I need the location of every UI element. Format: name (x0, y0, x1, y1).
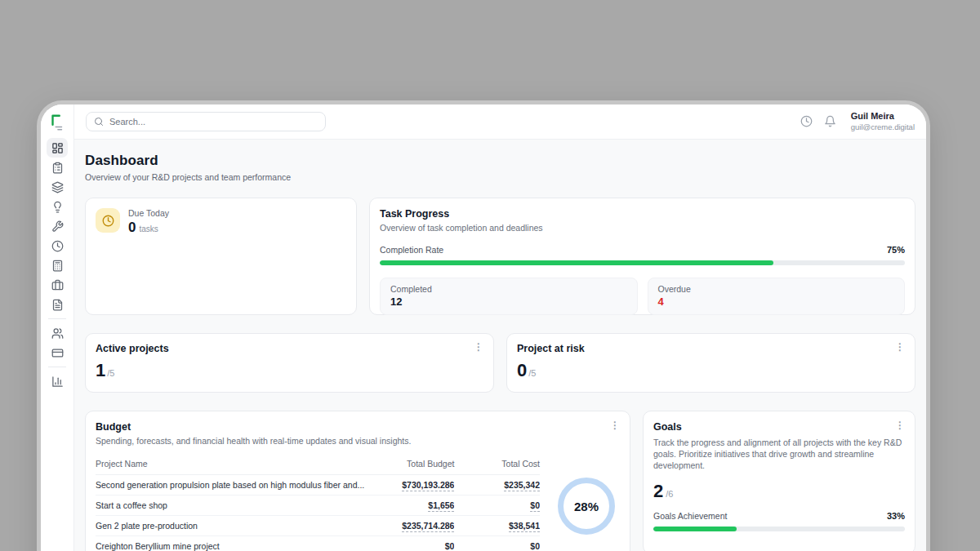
project-at-risk-menu-icon[interactable]: ⋮ (895, 343, 905, 351)
project-name: Second generation propulsion plate based… (96, 475, 364, 495)
sidebar-item-time[interactable] (47, 236, 68, 256)
user-email: guil@creme.digital (851, 122, 915, 132)
analytics-chart-icon (51, 375, 64, 388)
completion-progress-fill (380, 260, 773, 265)
page-subtitle: Overview of your R&D projects and team p… (85, 172, 915, 182)
goals-description: Track the progress and alignment of all … (653, 437, 905, 472)
due-today-label: Due Today (128, 208, 169, 218)
creme-logo-icon (48, 113, 66, 131)
overdue-stat-box: Overdue 4 (648, 278, 906, 315)
total-cost-value[interactable]: $0 (530, 541, 540, 551)
active-projects-value: 1 (96, 362, 105, 380)
goals-progress-bar (653, 527, 905, 531)
budget-menu-icon[interactable]: ⋮ (610, 421, 620, 429)
active-projects-title: Active projects (96, 343, 169, 354)
goals-achievement-value: 33% (887, 511, 905, 521)
project-name: Start a coffee shop (96, 495, 364, 516)
table-row[interactable]: Start a coffee shop $1,656 $0 (96, 495, 540, 516)
project-name: Gen 2 plate pre-production (96, 516, 364, 536)
column-total-budget: Total Budget (364, 455, 454, 475)
task-progress-card: Task Progress Overview of task completio… (369, 198, 915, 315)
sidebar-item-tools[interactable] (47, 216, 68, 236)
completed-stat-box: Completed 12 (380, 278, 638, 315)
total-cost-value[interactable]: $0 (530, 500, 540, 512)
active-projects-menu-icon[interactable]: ⋮ (474, 343, 483, 351)
search-icon (94, 117, 104, 127)
overdue-value: 4 (658, 295, 895, 308)
due-today-badge (96, 208, 120, 233)
active-projects-card: Active projects ⋮ 1 /5 (85, 333, 494, 393)
total-cost-value[interactable]: $235,342 (504, 480, 540, 491)
goals-card: Goals ⋮ Track the progress and alignment… (643, 411, 915, 551)
top-bar: Guil Meira guil@creme.digital (74, 104, 926, 140)
budget-donut-percentage: 28% (574, 500, 599, 513)
search-input[interactable] (109, 117, 318, 127)
budget-title: Budget (96, 421, 131, 433)
goals-denominator: /6 (666, 489, 673, 499)
sidebar-divider (48, 318, 66, 319)
due-today-value: 0 (128, 220, 136, 236)
task-progress-subtitle: Overview of task completion and deadline… (380, 223, 905, 233)
total-budget-value[interactable]: $1,656 (428, 500, 454, 512)
completion-rate-label: Completion Rate (380, 245, 443, 255)
budget-subtitle: Spending, forecasts, and financial healt… (96, 436, 620, 446)
due-today-unit: tasks (139, 224, 158, 233)
search-box[interactable] (86, 112, 326, 131)
total-budget-value[interactable]: $730,193.286 (402, 480, 454, 491)
goals-title: Goals (653, 421, 682, 433)
total-budget-value[interactable]: $0 (445, 541, 455, 551)
sidebar-item-documents[interactable] (47, 295, 68, 314)
table-row[interactable]: Second generation propulsion plate based… (96, 475, 540, 495)
layers-icon (51, 181, 64, 193)
column-total-cost: Total Cost (454, 455, 540, 475)
wrench-icon (51, 220, 64, 233)
dashboard-grid-icon (51, 142, 64, 154)
goals-achievement-label: Goals Achievement (653, 511, 727, 521)
sidebar-item-projects[interactable] (47, 177, 68, 197)
overdue-label: Overdue (658, 284, 895, 294)
project-at-risk-card: Project at risk ⋮ 0 /5 (506, 333, 915, 393)
task-progress-title: Task Progress (380, 208, 905, 220)
due-clock-icon (102, 215, 114, 227)
due-today-card: Due Today 0 tasks (85, 198, 357, 315)
sidebar-item-ideas[interactable] (47, 197, 68, 216)
active-projects-denominator: /5 (107, 368, 114, 378)
total-cost-value[interactable]: $38,541 (509, 521, 540, 532)
sidebar-item-calculator[interactable] (47, 256, 68, 275)
page-title: Dashboard (85, 153, 915, 169)
notifications-bell-icon (824, 115, 836, 127)
sidebar-item-analytics[interactable] (47, 371, 68, 391)
project-name: Creighton Beryllium mine project (96, 536, 364, 551)
project-at-risk-title: Project at risk (517, 343, 585, 354)
total-budget-value[interactable]: $235,714.286 (402, 521, 454, 532)
project-at-risk-denominator: /5 (528, 368, 536, 378)
notifications-button[interactable] (824, 115, 837, 128)
user-menu[interactable]: Guil Meira guil@creme.digital (851, 111, 915, 132)
completed-label: Completed (390, 284, 627, 294)
budget-card: Budget ⋮ Spending, forecasts, and financ… (85, 411, 630, 551)
users-icon (51, 327, 64, 340)
document-icon (51, 299, 64, 311)
sidebar-item-tasks[interactable] (47, 158, 68, 177)
completion-progress-bar (380, 260, 905, 265)
project-at-risk-value: 0 (517, 362, 527, 380)
calculator-icon (51, 260, 64, 272)
sidebar: V1.0 (41, 104, 74, 551)
sidebar-item-billing[interactable] (47, 343, 68, 362)
table-row[interactable]: Creighton Beryllium mine project $0 $0 (96, 536, 540, 551)
budget-donut-chart: 28% (558, 478, 615, 535)
user-name: Guil Meira (851, 111, 915, 122)
completed-value: 12 (390, 295, 627, 308)
goals-menu-icon[interactable]: ⋮ (895, 421, 905, 429)
sidebar-item-portfolio[interactable] (47, 275, 68, 295)
clock-icon (51, 240, 64, 252)
table-row[interactable]: Gen 2 plate pre-production $235,714.286 … (96, 516, 540, 536)
sidebar-item-dashboard[interactable] (47, 138, 68, 158)
lightbulb-icon (51, 201, 64, 213)
sidebar-item-team[interactable] (47, 323, 68, 343)
history-clock-button[interactable] (800, 115, 813, 128)
goals-value: 2 (653, 482, 663, 500)
billing-card-icon (51, 347, 64, 359)
sidebar-divider (48, 367, 66, 367)
goals-progress-fill (653, 527, 737, 531)
